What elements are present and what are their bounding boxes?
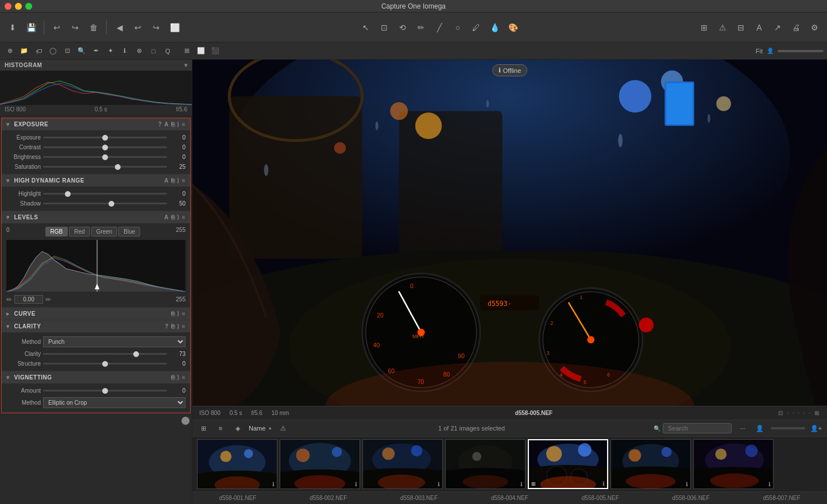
contrast-track[interactable] xyxy=(43,146,167,148)
settings-button[interactable]: ⚙ xyxy=(806,20,822,36)
square-btn[interactable]: □ xyxy=(147,45,160,57)
curve-menu[interactable]: ≡ xyxy=(182,311,186,317)
sort-name-label[interactable]: Name xyxy=(249,425,265,432)
info-btn[interactable]: ℹ xyxy=(118,45,131,57)
warning-icon[interactable]: ⚠ xyxy=(714,20,731,36)
sort-arrows[interactable]: ▲ xyxy=(268,426,272,431)
thumb-d558-007[interactable]: ℹ xyxy=(693,439,774,489)
search-btn2[interactable]: Q xyxy=(161,45,174,57)
clarity-copy[interactable]: ⎘ xyxy=(171,323,175,329)
line-tool[interactable]: ╱ xyxy=(431,20,447,36)
highlight-thumb[interactable] xyxy=(65,191,71,197)
brush-tool[interactable]: ✏ xyxy=(413,20,429,36)
arrow-tool[interactable]: ↗ xyxy=(770,20,786,36)
crop-tool[interactable]: ⊡ xyxy=(376,20,392,36)
copy-button[interactable]: ⬜ xyxy=(167,20,183,36)
grid-view[interactable]: ⊞ xyxy=(696,20,712,36)
add-user-btn[interactable]: 👤+ xyxy=(810,422,822,435)
grid2-view[interactable]: ⊟ xyxy=(733,20,749,36)
exposure-paste[interactable]: ⟩ xyxy=(177,121,180,127)
thumb-d558-003[interactable]: ℹ xyxy=(362,439,443,489)
histogram-header[interactable]: HISTOGRAM ▾ xyxy=(0,60,192,71)
save-button[interactable]: 💾 xyxy=(23,20,39,36)
levels-paste[interactable]: ⟩ xyxy=(177,214,180,220)
levels-clip[interactable]: A xyxy=(164,214,169,220)
redo-button[interactable]: ↪ xyxy=(67,20,83,36)
warning-sort[interactable]: ⚠ xyxy=(277,422,289,435)
redo2-button[interactable]: ↪ xyxy=(148,20,164,36)
fullscreen-button[interactable] xyxy=(25,3,32,10)
dial-btn[interactable]: ⊗ xyxy=(133,45,145,57)
select-tool[interactable]: ↖ xyxy=(358,20,374,36)
hdr-clip[interactable]: A xyxy=(164,177,169,184)
vignetting-amount-thumb[interactable] xyxy=(102,388,108,394)
text-tool[interactable]: A xyxy=(751,20,767,36)
circle-tool[interactable]: ○ xyxy=(450,20,466,36)
brightness-thumb[interactable] xyxy=(102,154,108,160)
thumb-d558-004[interactable]: ℹ xyxy=(445,439,525,489)
levels-copy[interactable]: ⎘ xyxy=(171,214,175,220)
hdr-copy[interactable]: ⎘ xyxy=(171,177,175,184)
user-icon[interactable]: 👤 xyxy=(753,422,766,435)
thumb-d558-001[interactable]: ℹ xyxy=(197,439,277,489)
clarity-thumb[interactable] xyxy=(133,351,139,357)
pen-btn2[interactable]: ✒ xyxy=(90,45,102,57)
exposure-menu[interactable]: ≡ xyxy=(182,121,186,127)
dual-view-btn[interactable]: ⬛ xyxy=(209,45,222,57)
vignetting-method-select[interactable]: Elliptic on Crop Full Image Lens Correct… xyxy=(43,397,186,408)
tag-btn[interactable]: 🏷 xyxy=(32,45,45,57)
structure-thumb[interactable] xyxy=(102,361,108,367)
zoom-btn[interactable]: 🔍 xyxy=(75,45,88,57)
exposure-help[interactable]: ? xyxy=(158,121,162,127)
catalog-btn[interactable]: 📁 xyxy=(18,45,30,57)
exposure-track[interactable] xyxy=(43,137,167,138)
hdr-header[interactable]: ▾ HIGH DYNAMIC RANGE A ⎘ ⟩ ≡ xyxy=(2,175,190,187)
clarity-track[interactable] xyxy=(43,353,167,355)
panel-resize-handle[interactable] xyxy=(181,417,190,425)
clarity-menu[interactable]: ≡ xyxy=(182,323,186,329)
single-view-btn[interactable]: ⬜ xyxy=(195,45,207,57)
saturation-thumb[interactable] xyxy=(115,164,121,170)
undo-button[interactable]: ↩ xyxy=(49,20,65,36)
hdr-paste[interactable]: ⟩ xyxy=(177,177,180,184)
eyedropper-tool[interactable]: 💧 xyxy=(486,20,503,36)
grid-view-btn[interactable]: ⊞ xyxy=(180,45,193,57)
hdr-menu[interactable]: ≡ xyxy=(182,177,186,184)
levels-input-value[interactable] xyxy=(14,295,43,304)
exposure-header[interactable]: ▾ EXPOSURE ? A ⎘ ⟩ ≡ xyxy=(2,118,190,130)
levels-menu[interactable]: ≡ xyxy=(182,214,186,220)
exposure-thumb[interactable] xyxy=(102,135,108,141)
clarity-header[interactable]: ▾ CLARITY ? ⎘ ⟩ ≡ xyxy=(2,320,190,332)
exposure-copy[interactable]: ⎘ xyxy=(171,121,175,127)
thumb-d558-002[interactable]: ℹ xyxy=(280,439,360,489)
close-button[interactable] xyxy=(5,3,11,10)
filter-btn[interactable]: ◈ xyxy=(231,422,244,435)
vignetting-paste[interactable]: ⟩ xyxy=(177,374,180,381)
import-btn2[interactable]: ⊕ xyxy=(3,45,16,57)
shadow-thumb[interactable] xyxy=(109,201,114,207)
clarity-paste[interactable]: ⟩ xyxy=(177,323,180,329)
tab-green[interactable]: Green xyxy=(91,227,118,237)
levels-eyedropper2[interactable]: ✏ xyxy=(45,296,51,304)
print-button[interactable]: 🖨 xyxy=(788,20,804,36)
exposure-clip[interactable]: A xyxy=(164,121,169,127)
vignetting-menu[interactable]: ≡ xyxy=(182,374,186,381)
thumb-d558-005[interactable]: ℹ ⊞ xyxy=(528,439,608,489)
zoom-slider[interactable] xyxy=(778,50,824,52)
vignetting-header[interactable]: ▾ VIGNETTING ⎘ ⟩ ≡ xyxy=(2,371,190,383)
picker-tool[interactable]: 🎨 xyxy=(505,20,521,36)
rotate-tool[interactable]: ⟲ xyxy=(395,20,411,36)
clarity-method-select[interactable]: Punch Natural Neutral Classic xyxy=(43,336,186,347)
vignetting-copy[interactable]: ⎘ xyxy=(171,374,175,381)
circle-btn[interactable]: ◯ xyxy=(47,45,59,57)
pen-tool[interactable]: 🖊 xyxy=(468,20,484,36)
list-view-filmstrip[interactable]: ≡ xyxy=(214,422,227,435)
delete-button[interactable]: 🗑 xyxy=(86,20,102,36)
shadow-track[interactable] xyxy=(43,203,167,204)
more-options[interactable]: ··· xyxy=(736,422,749,435)
levels-eyedropper[interactable]: ✏ xyxy=(6,296,12,304)
filmstrip-zoom-slider[interactable] xyxy=(771,427,805,429)
highlight-track[interactable] xyxy=(43,193,167,195)
prev-button[interactable]: ◀ xyxy=(111,20,127,36)
import-button[interactable]: ⬇ xyxy=(5,20,21,36)
